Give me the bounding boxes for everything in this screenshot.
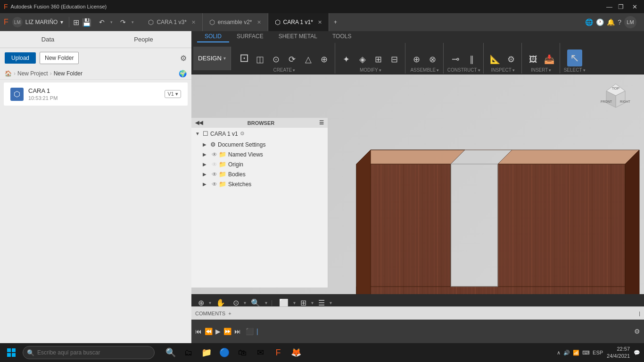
- comments-collapse-icon[interactable]: |: [639, 311, 640, 316]
- design-mode-button[interactable]: DESIGN ▾: [193, 47, 231, 70]
- timeline-marker-button[interactable]: |: [256, 328, 258, 335]
- create-extrude-button[interactable]: ◫: [253, 52, 268, 66]
- tab-surface[interactable]: SURFACE: [229, 31, 271, 42]
- timeline-play-button[interactable]: ▶: [215, 328, 221, 335]
- web-icon[interactable]: 🌐: [585, 18, 593, 26]
- bell-icon[interactable]: 🔔: [607, 18, 615, 26]
- modify-arrow[interactable]: ▾: [379, 68, 381, 73]
- taskbar-store-icon[interactable]: 🛍: [234, 344, 251, 361]
- browser-item-origin[interactable]: ▶ 👁 📁 Origin: [191, 159, 328, 169]
- user-dropdown-icon[interactable]: ▾: [60, 19, 63, 25]
- help-icon[interactable]: ?: [618, 18, 621, 26]
- create-loft-button[interactable]: △: [301, 52, 316, 66]
- construct-arrow[interactable]: ▾: [478, 68, 480, 73]
- create-arrow[interactable]: ▾: [293, 68, 295, 73]
- search-input[interactable]: [37, 349, 150, 356]
- taskbar-task-view-icon[interactable]: 🗂: [180, 344, 197, 361]
- browser-arrow-sketches[interactable]: ▶: [203, 181, 209, 187]
- browser-root-item[interactable]: ▼ ☐ CARA 1 v1 ⚙: [191, 128, 328, 140]
- zoom-out-dropdown[interactable]: ▾: [265, 300, 267, 305]
- new-folder-button[interactable]: New Folder: [40, 52, 79, 64]
- settings-icon[interactable]: ⚙: [180, 54, 187, 63]
- network-icon[interactable]: 📶: [573, 350, 579, 356]
- browser-item-document-settings[interactable]: ▶ ⚙ Document Settings: [191, 140, 328, 149]
- notification-icon[interactable]: 💬: [634, 350, 640, 356]
- tab-solid[interactable]: SOLID: [197, 31, 229, 42]
- timeline-prev-button[interactable]: ⏪: [205, 328, 213, 335]
- breadcrumb-project[interactable]: New Project: [17, 70, 48, 77]
- display-dropdown[interactable]: ▾: [293, 300, 296, 305]
- tab-close-icon[interactable]: ✕: [191, 19, 196, 25]
- list-item[interactable]: ⬡ CARA 1 10:53:21 PM V1 ▾: [4, 82, 188, 106]
- user-section[interactable]: LM LIZ MARIÑO ▾: [12, 17, 70, 27]
- select-button[interactable]: ↖: [567, 49, 582, 66]
- tab-close-icon-3[interactable]: ✕: [318, 19, 322, 25]
- clock[interactable]: 22:57 24/4/2021: [607, 346, 630, 360]
- breadcrumb-home-icon[interactable]: 🏠: [5, 70, 12, 77]
- fillet-button[interactable]: ✦: [339, 52, 354, 66]
- nav-cube[interactable]: TOP RIGHT FRONT: [597, 79, 635, 117]
- tab-data[interactable]: Data: [0, 31, 96, 48]
- shell-button[interactable]: ◈: [355, 52, 370, 66]
- timeline-capture-button[interactable]: ⬛: [246, 328, 254, 335]
- undo-dropdown[interactable]: ▾: [108, 19, 115, 25]
- breadcrumb-folder[interactable]: New Folder: [54, 70, 83, 77]
- browser-root-collapse-icon[interactable]: ▼: [195, 131, 202, 136]
- clock-icon[interactable]: 🕐: [596, 18, 604, 26]
- browser-eye-views[interactable]: 👁: [212, 151, 217, 158]
- undo-button[interactable]: ↶: [97, 17, 107, 27]
- volume-icon[interactable]: 🔊: [563, 350, 570, 356]
- timeline-end-button[interactable]: ⏭: [234, 328, 241, 335]
- maximize-button[interactable]: ❐: [618, 3, 624, 10]
- browser-eye-bodies[interactable]: 👁: [212, 171, 217, 178]
- split-button[interactable]: ⊟: [387, 52, 402, 66]
- taskbar-fusion-icon[interactable]: F: [270, 344, 287, 361]
- inspect-arrow[interactable]: ▾: [512, 68, 515, 73]
- save-icon[interactable]: 💾: [82, 18, 91, 27]
- taskbar-edge-icon[interactable]: 🔵: [216, 344, 233, 361]
- user-avatar-menu[interactable]: LM: [624, 16, 636, 28]
- create-sweep-button[interactable]: ⟳: [285, 52, 300, 66]
- version-badge[interactable]: V1 ▾: [165, 90, 181, 98]
- grid-dropdown[interactable]: ▾: [311, 300, 314, 305]
- taskbar-mail-icon[interactable]: ✉: [252, 344, 269, 361]
- redo-button[interactable]: ↷: [118, 17, 128, 27]
- search-bar[interactable]: 🔍: [23, 346, 155, 359]
- insert-image-button[interactable]: 🖼: [526, 53, 541, 66]
- start-button[interactable]: [4, 345, 19, 360]
- timeline-next-button[interactable]: ⏩: [223, 328, 231, 335]
- add-tab-button[interactable]: +: [329, 19, 342, 25]
- browser-arrow-bodies[interactable]: ▶: [203, 172, 209, 177]
- taskbar-firefox-icon[interactable]: 🦊: [288, 344, 305, 361]
- browser-root-settings-icon[interactable]: ⚙: [240, 131, 245, 137]
- browser-arrow-doc[interactable]: ▶: [203, 142, 209, 147]
- tab-cara1v1[interactable]: ⬡ CARA 1 v1* ✕: [268, 13, 329, 31]
- redo-dropdown[interactable]: ▾: [130, 19, 136, 25]
- globe-icon[interactable]: 🌍: [179, 70, 187, 77]
- taskbar-file-explorer-icon[interactable]: 📁: [198, 344, 215, 361]
- new-component-button[interactable]: ⊕: [409, 52, 424, 66]
- combine-button[interactable]: ⊞: [371, 52, 386, 66]
- select-arrow[interactable]: ▾: [583, 68, 586, 73]
- browser-menu-icon[interactable]: ☰: [319, 120, 324, 126]
- tab-tools[interactable]: TOOLS: [325, 31, 359, 42]
- assemble-arrow[interactable]: ▾: [437, 68, 439, 73]
- zoom-dropdown[interactable]: ▾: [244, 300, 246, 305]
- offset-plane-button[interactable]: ⊸: [448, 51, 463, 66]
- tab-people[interactable]: People: [96, 31, 191, 48]
- tab-cara1v3[interactable]: ⬡ CARA 1 v3* ✕: [141, 13, 202, 31]
- create-sketch-button[interactable]: ⊡: [237, 49, 252, 66]
- keyboard-icon[interactable]: ⌨: [582, 350, 590, 356]
- browser-eye-origin[interactable]: 👁: [212, 161, 217, 168]
- midplane-button[interactable]: ∥: [464, 52, 479, 66]
- close-button[interactable]: ✕: [629, 3, 640, 10]
- inspect-button[interactable]: ⚙: [504, 52, 519, 66]
- browser-arrow-origin[interactable]: ▶: [203, 162, 209, 167]
- language-indicator[interactable]: ESP: [593, 350, 603, 355]
- browser-collapse-icon[interactable]: ◀◀: [195, 120, 203, 126]
- tab-ensamblev2[interactable]: ⬡ ensamble v2* ✕: [203, 13, 268, 31]
- create-more-button[interactable]: ⊕: [317, 52, 332, 66]
- measure-button[interactable]: 📐: [487, 52, 503, 66]
- joint-button[interactable]: ⊗: [425, 52, 440, 66]
- show-hidden-icon[interactable]: ∧: [557, 350, 561, 356]
